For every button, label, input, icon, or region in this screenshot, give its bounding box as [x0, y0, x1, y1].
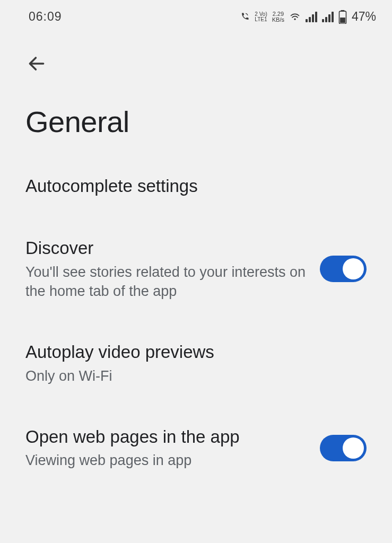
setting-autocomplete[interactable]: Autocomplete settings — [25, 155, 367, 217]
discover-toggle[interactable] — [320, 256, 367, 282]
setting-title: Autocomplete settings — [25, 175, 367, 197]
back-arrow-icon[interactable] — [27, 66, 47, 75]
setting-subtitle: You'll see stories related to your inter… — [25, 262, 309, 301]
battery-percentage: 47% — [352, 10, 376, 24]
data-rate: 2.29 KB/s — [272, 11, 284, 23]
toggle-knob — [343, 258, 364, 279]
setting-title: Open web pages in the app — [25, 426, 309, 448]
setting-title: Autoplay video previews — [25, 341, 367, 363]
setting-subtitle: Only on Wi-Fi — [25, 366, 367, 386]
toggle-knob — [343, 437, 364, 459]
signal-icon-1 — [306, 12, 317, 22]
svg-point-0 — [294, 18, 295, 20]
wifi-icon — [289, 12, 301, 22]
setting-discover[interactable]: Discover You'll see stories related to y… — [25, 217, 367, 321]
status-right: 2 Vo) LTE1 2.29 KB/s 47% — [239, 10, 376, 24]
setting-subtitle: Viewing web pages in app — [25, 451, 309, 470]
lte-indicator: 2 Vo) LTE1 — [255, 12, 267, 22]
setting-open-web[interactable]: Open web pages in the app Viewing web pa… — [25, 406, 367, 491]
signal-icon-2 — [322, 12, 334, 22]
open-web-toggle[interactable] — [320, 435, 367, 461]
status-time: 06:09 — [29, 10, 62, 24]
svg-rect-3 — [340, 17, 345, 23]
page-title: General — [25, 86, 367, 155]
battery-icon — [338, 10, 347, 24]
status-bar: 06:09 2 Vo) LTE1 2.29 KB/s — [0, 0, 392, 32]
call-volte-icon — [239, 12, 250, 22]
setting-autoplay[interactable]: Autoplay video previews Only on Wi-Fi — [25, 321, 367, 406]
setting-title: Discover — [25, 237, 309, 259]
